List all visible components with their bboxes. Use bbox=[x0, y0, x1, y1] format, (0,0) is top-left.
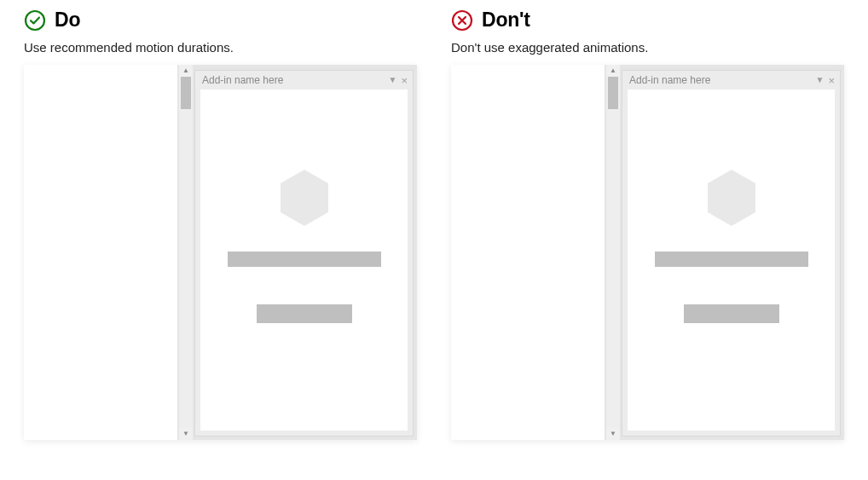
do-column: Do Use recommended motion durations. ▲ ▼… bbox=[24, 9, 417, 440]
do-subtitle: Use recommended motion durations. bbox=[24, 40, 417, 55]
scrollbar-up-icon[interactable]: ▲ bbox=[606, 65, 620, 77]
document-page bbox=[451, 65, 605, 440]
close-icon[interactable]: × bbox=[828, 75, 835, 86]
placeholder-bar-short bbox=[684, 304, 779, 323]
addin-pane: Add-in name here ▼ × bbox=[622, 70, 841, 437]
svg-marker-3 bbox=[708, 170, 755, 226]
do-header: Do bbox=[24, 9, 417, 32]
placeholder-bar-long bbox=[228, 252, 381, 267]
hexagon-icon bbox=[279, 168, 330, 228]
scrollbar-down-icon[interactable]: ▼ bbox=[179, 428, 193, 440]
pane-title: Add-in name here bbox=[202, 74, 389, 86]
dont-canvas: ▲ ▼ Add-in name here ▼ × bbox=[451, 65, 844, 440]
dont-subtitle: Don't use exaggerated animations. bbox=[451, 40, 844, 55]
pane-header: Add-in name here ▼ × bbox=[622, 71, 840, 90]
scrollbar-down-icon[interactable]: ▼ bbox=[606, 428, 620, 440]
chevron-down-icon[interactable]: ▼ bbox=[389, 76, 397, 84]
dont-title: Don't bbox=[482, 9, 530, 32]
do-canvas: ▲ ▼ Add-in name here ▼ × bbox=[24, 65, 417, 440]
close-icon[interactable]: × bbox=[401, 75, 408, 86]
x-circle-icon bbox=[451, 9, 473, 32]
pane-body bbox=[628, 90, 835, 431]
placeholder-bar-long bbox=[655, 252, 808, 267]
hexagon-icon bbox=[706, 168, 757, 228]
addin-pane: Add-in name here ▼ × bbox=[194, 70, 414, 437]
do-title: Do bbox=[55, 9, 80, 32]
pane-actions: ▼ × bbox=[816, 75, 836, 86]
scrollbar-up-icon[interactable]: ▲ bbox=[179, 65, 193, 77]
scrollbar[interactable]: ▲ ▼ bbox=[179, 65, 193, 440]
document-page bbox=[24, 65, 177, 440]
scrollbar-thumb[interactable] bbox=[181, 77, 191, 109]
scrollbar[interactable]: ▲ ▼ bbox=[606, 65, 620, 440]
pane-body bbox=[200, 90, 408, 431]
chevron-down-icon[interactable]: ▼ bbox=[816, 76, 825, 84]
check-circle-icon bbox=[24, 9, 46, 32]
svg-point-0 bbox=[26, 11, 44, 30]
placeholder-bar-short bbox=[257, 304, 352, 323]
dont-column: Don't Don't use exaggerated animations. … bbox=[451, 9, 844, 440]
svg-marker-1 bbox=[281, 170, 328, 226]
pane-actions: ▼ × bbox=[389, 75, 408, 86]
dont-header: Don't bbox=[451, 9, 844, 32]
scrollbar-thumb[interactable] bbox=[608, 77, 618, 109]
pane-title: Add-in name here bbox=[629, 74, 816, 86]
pane-header: Add-in name here ▼ × bbox=[195, 71, 413, 90]
